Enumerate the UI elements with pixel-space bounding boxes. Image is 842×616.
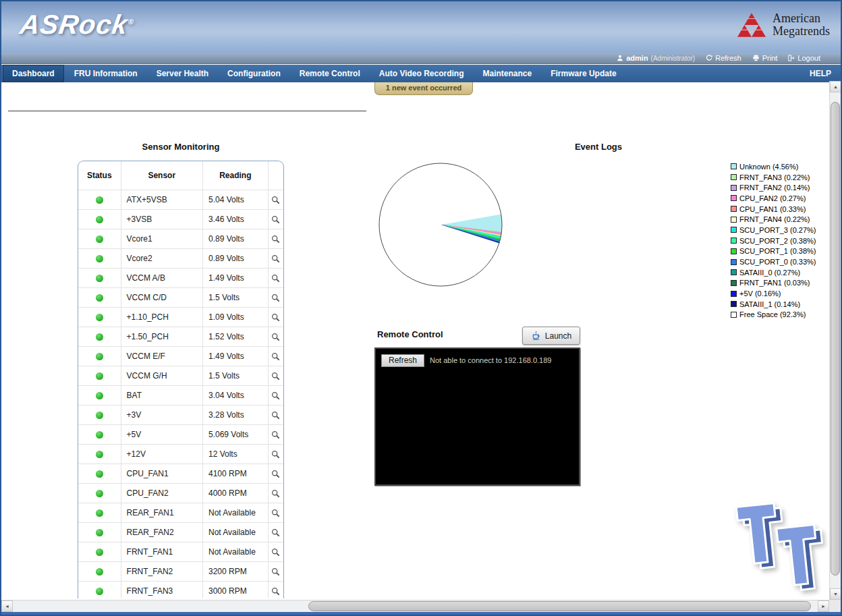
help-link[interactable]: HELP [800, 65, 841, 82]
sensor-detail-cell[interactable] [268, 288, 283, 308]
sensor-detail-cell[interactable] [268, 445, 283, 464]
table-row: CPU_FAN2 4000 RPM [78, 484, 283, 503]
legend-item: CPU_FAN1 (0.33%) [731, 204, 816, 215]
magnifier-icon[interactable] [271, 411, 280, 420]
nav-tab[interactable]: Firmware Update [542, 65, 625, 82]
legend-label: FRNT_FAN3 (0.22%) [739, 173, 810, 181]
magnifier-icon[interactable] [271, 567, 280, 576]
sensor-detail-cell[interactable] [268, 582, 283, 599]
vertical-scroll-thumb[interactable] [831, 102, 840, 576]
magnifier-icon[interactable] [271, 215, 280, 224]
status-ok-icon [96, 255, 103, 262]
legend-label: CPU_FAN1 (0.33%) [739, 205, 806, 213]
sensor-name: ATX+5VSB [121, 190, 202, 210]
legend-item: SATAIII_1 (0.14%) [731, 299, 816, 310]
horizontal-scroll-track[interactable] [13, 600, 818, 612]
magnifier-icon[interactable] [271, 450, 280, 459]
table-row: FRNT_FAN3 3000 RPM [78, 582, 283, 599]
horizontal-scrollbar: ◄ ► [1, 600, 829, 612]
sensor-detail-cell[interactable] [268, 484, 283, 503]
nav-tab[interactable]: Server Health [148, 65, 217, 82]
nav-tab-label: Server Health [157, 69, 208, 78]
magnifier-icon[interactable] [271, 313, 280, 322]
magnifier-icon[interactable] [271, 587, 280, 596]
launch-button[interactable]: Launch [522, 327, 580, 345]
logout-link[interactable]: Logout [788, 54, 820, 62]
ami-triangles-icon [737, 13, 766, 37]
sensor-detail-cell[interactable] [268, 347, 283, 366]
scrollbar-corner [829, 600, 841, 612]
sensor-status-cell [78, 562, 121, 582]
magnifier-icon[interactable] [271, 293, 280, 302]
sensor-detail-cell[interactable] [268, 229, 283, 249]
magnifier-icon[interactable] [271, 509, 280, 517]
magnifier-icon[interactable] [271, 430, 280, 439]
user-icon [617, 55, 623, 61]
sensor-detail-cell[interactable] [268, 425, 283, 445]
magnifier-icon[interactable] [271, 489, 280, 498]
event-notification-badge[interactable]: 1 new event occurred [374, 82, 473, 95]
sensor-detail-cell[interactable] [268, 464, 283, 484]
sensor-detail-cell[interactable] [268, 405, 283, 425]
magnifier-icon[interactable] [271, 528, 280, 537]
sensor-detail-cell[interactable] [268, 523, 283, 542]
scroll-up-button[interactable]: ▲ [830, 81, 841, 92]
sensor-detail-cell[interactable] [268, 542, 283, 562]
table-row: REAR_FAN2 Not Available [78, 523, 283, 542]
magnifier-icon[interactable] [271, 196, 280, 204]
status-ok-icon [96, 196, 103, 204]
scroll-left-button[interactable]: ◄ [1, 600, 13, 612]
app-header: ASRock® American Megatrends [1, 1, 841, 53]
sensor-table-body: ATX+5VSB 5.04 Volts +3VSB 3.46 Volts Vco… [78, 190, 283, 599]
nav-tab[interactable]: Maintenance [474, 65, 541, 82]
sensor-detail-cell[interactable] [268, 269, 283, 288]
legend-label: FRNT_FAN1 (0.03%) [739, 279, 810, 287]
magnifier-icon[interactable] [271, 391, 280, 400]
sensor-name: Vcore2 [121, 249, 202, 269]
vertical-scrollbar: ▲ ▼ [829, 81, 841, 600]
sensor-name: +3VSB [121, 210, 202, 229]
status-ok-icon [96, 451, 103, 458]
table-row: +3V 3.28 Volts [78, 405, 283, 425]
scroll-down-button[interactable]: ▼ [830, 588, 841, 600]
magnifier-icon[interactable] [271, 548, 280, 557]
sensor-detail-cell[interactable] [268, 562, 283, 582]
sensor-name: CPU_FAN2 [121, 484, 202, 503]
print-link[interactable]: Print [752, 54, 778, 62]
sensor-detail-cell[interactable] [268, 308, 283, 327]
horizontal-scroll-thumb[interactable] [308, 601, 811, 611]
magnifier-icon[interactable] [271, 235, 280, 244]
sensor-detail-cell[interactable] [268, 386, 283, 405]
legend-swatch [731, 301, 737, 307]
magnifier-icon[interactable] [271, 333, 280, 341]
sensor-detail-cell[interactable] [268, 503, 283, 523]
nav-tab-label: Auto Video Recording [379, 69, 464, 78]
magnifier-icon[interactable] [271, 470, 280, 478]
magnifier-icon[interactable] [271, 372, 280, 381]
vertical-scroll-track[interactable] [830, 92, 841, 588]
sensor-detail-cell[interactable] [268, 210, 283, 229]
nav-tab[interactable]: Dashboard [3, 65, 64, 82]
sensor-detail-cell[interactable] [268, 366, 283, 386]
magnifier-icon[interactable] [271, 254, 280, 263]
scroll-right-button[interactable]: ► [818, 600, 829, 612]
nav-tab[interactable]: Configuration [219, 65, 289, 82]
sensor-name: VCCM G/H [121, 366, 202, 386]
legend-item: SCU_PORT_3 (0.27%) [731, 225, 816, 235]
magnifier-icon[interactable] [271, 352, 280, 361]
refresh-link[interactable]: Refresh [706, 54, 741, 62]
sensor-detail-cell[interactable] [268, 249, 283, 269]
sensor-name: +1.50_PCH [121, 327, 202, 347]
nav-tab[interactable]: Auto Video Recording [370, 65, 473, 82]
sensor-status-cell [78, 503, 121, 523]
nav-tab[interactable]: Remote Control [291, 65, 369, 82]
sensor-name: +3V [121, 405, 202, 425]
status-ok-icon [96, 372, 103, 380]
sensor-detail-cell[interactable] [268, 327, 283, 347]
sensor-detail-cell[interactable] [268, 190, 283, 210]
sensor-reading: 1.09 Volts [202, 308, 268, 327]
magnifier-icon[interactable] [271, 274, 280, 283]
nav-tab[interactable]: FRU Information [65, 65, 146, 82]
legend-label: SCU_PORT_1 (0.38%) [739, 247, 816, 255]
console-refresh-button[interactable]: Refresh [381, 354, 424, 367]
